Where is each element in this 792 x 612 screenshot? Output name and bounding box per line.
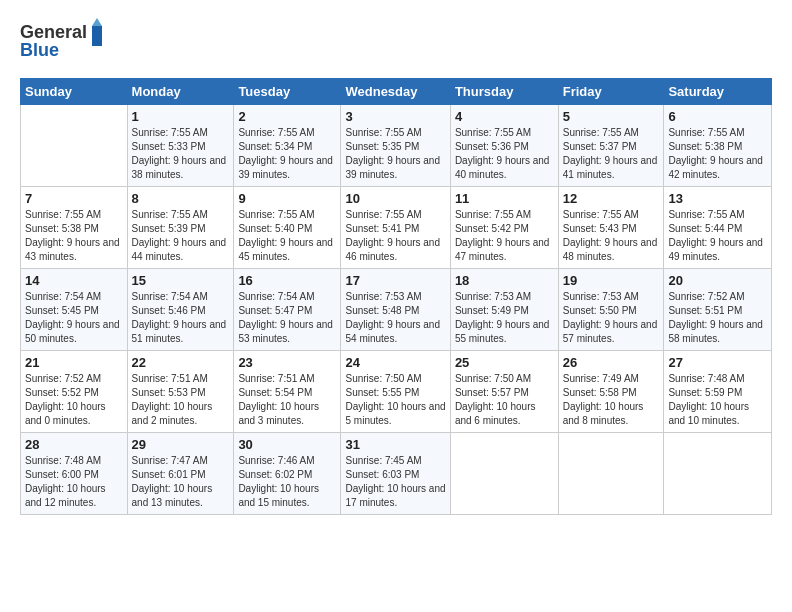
calendar-cell: 11 Sunrise: 7:55 AMSunset: 5:42 PMDaylig… [450, 187, 558, 269]
calendar-week-row: 21 Sunrise: 7:52 AMSunset: 5:52 PMDaylig… [21, 351, 772, 433]
calendar-week-row: 28 Sunrise: 7:48 AMSunset: 6:00 PMDaylig… [21, 433, 772, 515]
day-info: Sunrise: 7:51 AMSunset: 5:54 PMDaylight:… [238, 372, 336, 428]
day-number: 25 [455, 355, 554, 370]
calendar-cell: 5 Sunrise: 7:55 AMSunset: 5:37 PMDayligh… [558, 105, 664, 187]
calendar-cell [558, 433, 664, 515]
day-number: 10 [345, 191, 445, 206]
calendar-cell: 27 Sunrise: 7:48 AMSunset: 5:59 PMDaylig… [664, 351, 772, 433]
calendar-cell: 18 Sunrise: 7:53 AMSunset: 5:49 PMDaylig… [450, 269, 558, 351]
day-info: Sunrise: 7:50 AMSunset: 5:57 PMDaylight:… [455, 372, 554, 428]
calendar-cell: 22 Sunrise: 7:51 AMSunset: 5:53 PMDaylig… [127, 351, 234, 433]
calendar-cell: 9 Sunrise: 7:55 AMSunset: 5:40 PMDayligh… [234, 187, 341, 269]
calendar-week-row: 14 Sunrise: 7:54 AMSunset: 5:45 PMDaylig… [21, 269, 772, 351]
logo: General Blue [20, 18, 110, 66]
day-info: Sunrise: 7:55 AMSunset: 5:44 PMDaylight:… [668, 208, 767, 264]
calendar-cell: 14 Sunrise: 7:54 AMSunset: 5:45 PMDaylig… [21, 269, 128, 351]
calendar-cell: 29 Sunrise: 7:47 AMSunset: 6:01 PMDaylig… [127, 433, 234, 515]
calendar-cell: 30 Sunrise: 7:46 AMSunset: 6:02 PMDaylig… [234, 433, 341, 515]
calendar-cell: 21 Sunrise: 7:52 AMSunset: 5:52 PMDaylig… [21, 351, 128, 433]
calendar-cell: 19 Sunrise: 7:53 AMSunset: 5:50 PMDaylig… [558, 269, 664, 351]
day-number: 16 [238, 273, 336, 288]
day-info: Sunrise: 7:52 AMSunset: 5:51 PMDaylight:… [668, 290, 767, 346]
day-number: 29 [132, 437, 230, 452]
day-info: Sunrise: 7:54 AMSunset: 5:47 PMDaylight:… [238, 290, 336, 346]
calendar-cell: 3 Sunrise: 7:55 AMSunset: 5:35 PMDayligh… [341, 105, 450, 187]
day-number: 28 [25, 437, 123, 452]
calendar-cell: 26 Sunrise: 7:49 AMSunset: 5:58 PMDaylig… [558, 351, 664, 433]
day-info: Sunrise: 7:46 AMSunset: 6:02 PMDaylight:… [238, 454, 336, 510]
day-number: 19 [563, 273, 660, 288]
day-info: Sunrise: 7:54 AMSunset: 5:45 PMDaylight:… [25, 290, 123, 346]
calendar-cell: 20 Sunrise: 7:52 AMSunset: 5:51 PMDaylig… [664, 269, 772, 351]
day-number: 31 [345, 437, 445, 452]
weekday-header: Saturday [664, 79, 772, 105]
day-info: Sunrise: 7:55 AMSunset: 5:40 PMDaylight:… [238, 208, 336, 264]
calendar-cell: 16 Sunrise: 7:54 AMSunset: 5:47 PMDaylig… [234, 269, 341, 351]
calendar-cell: 8 Sunrise: 7:55 AMSunset: 5:39 PMDayligh… [127, 187, 234, 269]
day-info: Sunrise: 7:53 AMSunset: 5:48 PMDaylight:… [345, 290, 445, 346]
day-info: Sunrise: 7:45 AMSunset: 6:03 PMDaylight:… [345, 454, 445, 510]
page-header: General Blue [20, 18, 772, 66]
day-info: Sunrise: 7:54 AMSunset: 5:46 PMDaylight:… [132, 290, 230, 346]
calendar-cell: 28 Sunrise: 7:48 AMSunset: 6:00 PMDaylig… [21, 433, 128, 515]
day-number: 27 [668, 355, 767, 370]
calendar-cell: 4 Sunrise: 7:55 AMSunset: 5:36 PMDayligh… [450, 105, 558, 187]
day-number: 26 [563, 355, 660, 370]
svg-text:Blue: Blue [20, 40, 59, 60]
calendar-cell: 13 Sunrise: 7:55 AMSunset: 5:44 PMDaylig… [664, 187, 772, 269]
calendar-cell: 10 Sunrise: 7:55 AMSunset: 5:41 PMDaylig… [341, 187, 450, 269]
day-number: 22 [132, 355, 230, 370]
day-info: Sunrise: 7:55 AMSunset: 5:42 PMDaylight:… [455, 208, 554, 264]
day-number: 6 [668, 109, 767, 124]
day-info: Sunrise: 7:55 AMSunset: 5:43 PMDaylight:… [563, 208, 660, 264]
day-info: Sunrise: 7:55 AMSunset: 5:37 PMDaylight:… [563, 126, 660, 182]
day-number: 30 [238, 437, 336, 452]
weekday-header-row: SundayMondayTuesdayWednesdayThursdayFrid… [21, 79, 772, 105]
day-info: Sunrise: 7:50 AMSunset: 5:55 PMDaylight:… [345, 372, 445, 428]
day-number: 11 [455, 191, 554, 206]
calendar-cell [664, 433, 772, 515]
day-info: Sunrise: 7:55 AMSunset: 5:39 PMDaylight:… [132, 208, 230, 264]
day-info: Sunrise: 7:55 AMSunset: 5:36 PMDaylight:… [455, 126, 554, 182]
day-info: Sunrise: 7:48 AMSunset: 5:59 PMDaylight:… [668, 372, 767, 428]
day-info: Sunrise: 7:49 AMSunset: 5:58 PMDaylight:… [563, 372, 660, 428]
day-number: 2 [238, 109, 336, 124]
day-number: 7 [25, 191, 123, 206]
day-number: 15 [132, 273, 230, 288]
calendar-week-row: 7 Sunrise: 7:55 AMSunset: 5:38 PMDayligh… [21, 187, 772, 269]
calendar-cell: 12 Sunrise: 7:55 AMSunset: 5:43 PMDaylig… [558, 187, 664, 269]
calendar-cell: 7 Sunrise: 7:55 AMSunset: 5:38 PMDayligh… [21, 187, 128, 269]
weekday-header: Thursday [450, 79, 558, 105]
calendar-cell: 1 Sunrise: 7:55 AMSunset: 5:33 PMDayligh… [127, 105, 234, 187]
calendar-cell: 25 Sunrise: 7:50 AMSunset: 5:57 PMDaylig… [450, 351, 558, 433]
day-info: Sunrise: 7:48 AMSunset: 6:00 PMDaylight:… [25, 454, 123, 510]
calendar-cell [21, 105, 128, 187]
page-container: General Blue SundayMondayTuesdayWednesda… [0, 0, 792, 525]
day-info: Sunrise: 7:53 AMSunset: 5:49 PMDaylight:… [455, 290, 554, 346]
calendar-cell: 17 Sunrise: 7:53 AMSunset: 5:48 PMDaylig… [341, 269, 450, 351]
weekday-header: Wednesday [341, 79, 450, 105]
day-number: 18 [455, 273, 554, 288]
day-number: 17 [345, 273, 445, 288]
calendar-cell: 6 Sunrise: 7:55 AMSunset: 5:38 PMDayligh… [664, 105, 772, 187]
calendar-week-row: 1 Sunrise: 7:55 AMSunset: 5:33 PMDayligh… [21, 105, 772, 187]
day-number: 13 [668, 191, 767, 206]
weekday-header: Friday [558, 79, 664, 105]
weekday-header: Monday [127, 79, 234, 105]
day-info: Sunrise: 7:55 AMSunset: 5:35 PMDaylight:… [345, 126, 445, 182]
day-info: Sunrise: 7:47 AMSunset: 6:01 PMDaylight:… [132, 454, 230, 510]
day-number: 3 [345, 109, 445, 124]
svg-marker-3 [92, 18, 102, 26]
day-number: 1 [132, 109, 230, 124]
calendar-cell: 31 Sunrise: 7:45 AMSunset: 6:03 PMDaylig… [341, 433, 450, 515]
day-number: 14 [25, 273, 123, 288]
svg-text:General: General [20, 22, 87, 42]
svg-marker-2 [92, 26, 102, 46]
weekday-header: Tuesday [234, 79, 341, 105]
day-number: 4 [455, 109, 554, 124]
day-number: 21 [25, 355, 123, 370]
day-info: Sunrise: 7:53 AMSunset: 5:50 PMDaylight:… [563, 290, 660, 346]
day-info: Sunrise: 7:55 AMSunset: 5:33 PMDaylight:… [132, 126, 230, 182]
calendar-table: SundayMondayTuesdayWednesdayThursdayFrid… [20, 78, 772, 515]
day-info: Sunrise: 7:55 AMSunset: 5:38 PMDaylight:… [668, 126, 767, 182]
